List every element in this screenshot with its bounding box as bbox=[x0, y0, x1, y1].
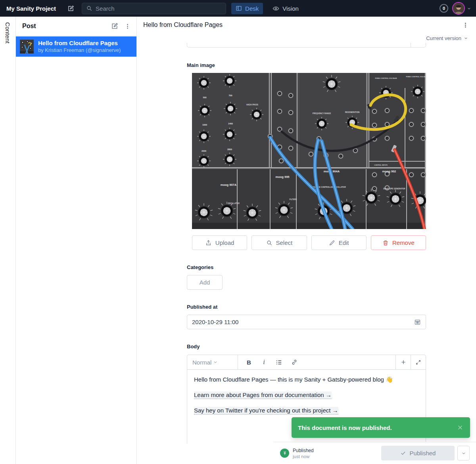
published-at-field bbox=[187, 315, 426, 329]
svg-text:OSCILLATOR: OSCILLATOR bbox=[228, 202, 240, 204]
document-list-pane: Post Hello from Cloudflare Pages by Kris… bbox=[16, 17, 137, 464]
slug-generate-cell[interactable] bbox=[411, 43, 426, 47]
svg-text:FIXED CONTROL VOLTAGE: FIXED CONTROL VOLTAGE bbox=[375, 77, 397, 79]
search-input[interactable] bbox=[96, 5, 222, 12]
tab-desk[interactable]: Desk bbox=[231, 3, 263, 14]
list-pane-header: Post bbox=[16, 17, 136, 36]
main-image-label: Main image bbox=[187, 62, 426, 68]
compose-icon bbox=[111, 22, 119, 30]
publish-toast: This document is now published. bbox=[292, 417, 470, 438]
user-avatar[interactable] bbox=[453, 3, 464, 14]
version-label: Current version bbox=[426, 35, 461, 41]
fullscreen-button[interactable] bbox=[411, 355, 426, 369]
slug-field-partial[interactable] bbox=[187, 43, 426, 48]
trash-icon bbox=[382, 240, 389, 246]
svg-text:REGENERATION: REGENERATION bbox=[345, 111, 360, 113]
svg-text:FREQUENCY RANGE: FREQUENCY RANGE bbox=[313, 113, 331, 115]
text-style-select[interactable]: Normal bbox=[187, 355, 238, 369]
svg-text:moog 995: moog 995 bbox=[275, 175, 289, 179]
bullet-list-icon bbox=[276, 359, 282, 366]
document-header: Hello from Cloudflare Pages bbox=[137, 17, 476, 33]
upload-icon bbox=[205, 239, 212, 246]
publish-status-label: Published bbox=[293, 448, 314, 453]
new-document-button[interactable] bbox=[64, 2, 77, 15]
body-link[interactable]: Say hey on Twitter if you're checking ou… bbox=[194, 407, 338, 414]
svg-text:1400: 1400 bbox=[228, 122, 233, 125]
list-item[interactable]: Hello from Cloudflare Pages by Kristian … bbox=[16, 36, 136, 57]
user-menu-chevron-icon[interactable] bbox=[467, 6, 471, 11]
top-navigation-bar: My Sanity Project Desk Vision 0 bbox=[0, 0, 476, 17]
svg-text:2000: 2000 bbox=[202, 150, 206, 152]
close-icon[interactable] bbox=[457, 424, 464, 431]
toast-message: This document is now published. bbox=[298, 424, 457, 431]
body-label: Body bbox=[187, 344, 426, 349]
svg-text:1000: 1000 bbox=[202, 124, 207, 126]
content-strip-label: Content bbox=[4, 22, 11, 464]
content-tool-strip[interactable]: Content bbox=[0, 17, 16, 464]
document-editor-pane: Hello from Cloudflare Pages Current vers… bbox=[137, 17, 476, 464]
calendar-icon[interactable] bbox=[414, 319, 421, 325]
chevron-down-icon bbox=[213, 360, 234, 365]
svg-text:FIXED CONTROL VOLTAGE: FIXED CONTROL VOLTAGE bbox=[406, 76, 426, 78]
compose-icon bbox=[67, 5, 75, 12]
search-icon bbox=[266, 240, 273, 246]
link-icon bbox=[291, 359, 298, 365]
expand-icon bbox=[415, 359, 421, 365]
document-menu-button[interactable] bbox=[459, 19, 472, 32]
list-item-subtitle: by Kristian Freeman (@signalnerve) bbox=[38, 47, 121, 54]
editor-toolbar: Normal B i bbox=[187, 355, 426, 370]
published-at-label: Published at bbox=[187, 304, 426, 310]
body-link[interactable]: Learn more about Pages from our document… bbox=[194, 391, 332, 399]
image-actions: Upload Select Edit bbox=[192, 235, 426, 250]
svg-text:500: 500 bbox=[203, 96, 206, 99]
create-new-post-button[interactable] bbox=[108, 20, 121, 33]
format-tools: B i bbox=[238, 355, 395, 369]
edit-button[interactable]: Edit bbox=[311, 235, 367, 250]
eye-icon bbox=[273, 5, 279, 12]
list-pane-menu-button[interactable] bbox=[121, 20, 134, 33]
link-button[interactable] bbox=[288, 356, 301, 369]
search-icon bbox=[86, 5, 92, 11]
publish-status-time: just now bbox=[293, 454, 314, 459]
published-at-input[interactable] bbox=[192, 319, 414, 325]
remove-button[interactable]: Remove bbox=[371, 235, 426, 250]
svg-text:ENVELOPE GENERATOR: ENVELOPE GENERATOR bbox=[383, 188, 405, 190]
select-button[interactable]: Select bbox=[251, 235, 307, 250]
project-name: My Sanity Project bbox=[6, 5, 56, 12]
desk-icon bbox=[236, 5, 242, 11]
svg-text:moog 902: moog 902 bbox=[382, 170, 396, 173]
svg-text:CONTROL INPUTS: CONTROL INPUTS bbox=[374, 164, 388, 166]
document-status-bar: Published just now Published bbox=[274, 442, 476, 464]
chevron-down-icon bbox=[464, 36, 468, 40]
publish-actions-menu-button[interactable] bbox=[457, 446, 470, 460]
version-selector[interactable]: Current version bbox=[137, 33, 476, 43]
publish-status-icon bbox=[280, 449, 289, 458]
svg-text:700: 700 bbox=[228, 94, 232, 97]
main-image-widget: HIGH PASS FREQUENCY RANGE REGENERATION F… bbox=[192, 73, 426, 250]
svg-text:FILTERS: FILTERS bbox=[290, 199, 297, 200]
tab-vision[interactable]: Vision bbox=[269, 3, 302, 14]
kebab-icon bbox=[124, 23, 131, 30]
bold-button[interactable]: B bbox=[242, 356, 255, 369]
plus-icon bbox=[400, 359, 407, 365]
main-image-preview: HIGH PASS FREQUENCY RANGE REGENERATION F… bbox=[192, 73, 426, 229]
italic-button[interactable]: i bbox=[257, 356, 271, 369]
publish-button[interactable]: Published bbox=[381, 446, 455, 460]
svg-text:HIGH PASS: HIGH PASS bbox=[246, 103, 258, 106]
svg-text:2800: 2800 bbox=[227, 148, 232, 151]
document-form: Main image bbox=[187, 43, 426, 444]
svg-text:moog 907A: moog 907A bbox=[221, 183, 237, 187]
chevron-down-icon bbox=[461, 451, 466, 456]
list-item-thumbnail bbox=[20, 40, 34, 53]
notifications-badge[interactable]: 0 bbox=[440, 4, 448, 13]
upload-button[interactable]: Upload bbox=[192, 235, 247, 250]
list-item-title: Hello from Cloudflare Pages bbox=[38, 39, 121, 47]
body-paragraph[interactable]: Hello from Cloudflare Pages — this is my… bbox=[194, 375, 419, 384]
bullet-list-button[interactable] bbox=[273, 356, 286, 369]
add-category-button[interactable]: Add bbox=[187, 275, 223, 290]
insert-block-button[interactable] bbox=[395, 355, 411, 369]
list-pane-title: Post bbox=[22, 23, 108, 30]
kebab-icon bbox=[462, 22, 469, 29]
categories-label: Categories bbox=[187, 264, 426, 270]
global-search[interactable] bbox=[82, 3, 226, 14]
